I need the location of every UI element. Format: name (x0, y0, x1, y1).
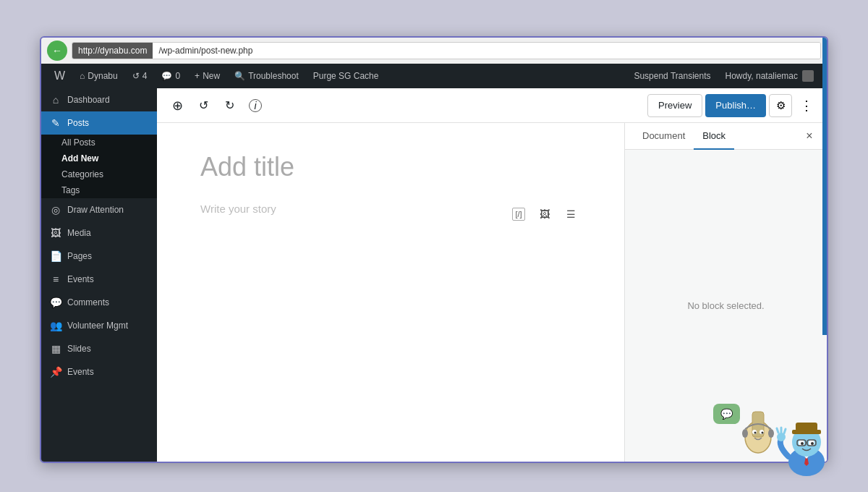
sidebar-item-label: Posts (67, 118, 89, 128)
suspend-transients-item[interactable]: Suspend Transients (626, 64, 718, 88)
more-button[interactable]: ⋮ (795, 94, 818, 117)
sidebar-item-label: Volunteer Mgmt (67, 321, 128, 331)
user-avatar (802, 70, 814, 82)
admin-bar-right: Suspend Transients Howdy, nataliemac (626, 64, 821, 88)
post-body-input[interactable]: Write your story (200, 203, 500, 215)
sidebar-item-draw-attention[interactable]: ◎ Draw Attention (41, 198, 157, 221)
add-new-label: Add New (61, 153, 98, 164)
panel-body: No block selected. (625, 150, 827, 462)
comments-sidebar-icon: 💬 (50, 297, 61, 308)
sidebar-item-posts[interactable]: ✎ Posts (41, 111, 157, 135)
sidebar-item-categories[interactable]: Categories (41, 166, 157, 182)
events-icon: ≡ (50, 273, 61, 285)
info-icon: i (249, 99, 262, 112)
gutenberg-toolbar: ⊕ ↺ ↻ i Preview Publish… ⚙ (157, 88, 827, 123)
undo-button[interactable]: ↺ (192, 94, 215, 117)
redo-button[interactable]: ↻ (218, 94, 241, 117)
dashboard-icon: ⌂ (50, 94, 61, 106)
sidebar-item-media[interactable]: 🖼 Media (41, 221, 157, 245)
sidebar-item-events2[interactable]: 📌 Events (41, 360, 157, 383)
media-icon: 🖼 (50, 227, 61, 239)
right-panel: Document Block × No block selected. (624, 123, 827, 462)
post-title-input[interactable]: Add title (200, 152, 581, 182)
sidebar-item-label: Slides (67, 344, 91, 354)
editor-area[interactable]: Add title Write your story [/] 🖼 ☰ (157, 123, 624, 462)
comments-item[interactable]: 💬 0 (154, 64, 187, 88)
all-posts-label: All Posts (61, 137, 95, 148)
sidebar-item-label: Events (67, 367, 94, 377)
volunteer-mgmt-icon: 👥 (50, 320, 61, 331)
tags-label: Tags (61, 185, 80, 195)
howdy-item[interactable]: Howdy, nataliemac (718, 64, 822, 88)
editor-panel-wrapper: Add title Write your story [/] 🖼 ☰ (157, 123, 827, 462)
comments-count: 0 (175, 71, 180, 81)
info-button[interactable]: i (244, 94, 267, 117)
draw-attention-icon: ◎ (50, 204, 61, 216)
posts-icon: ✎ (50, 117, 61, 129)
toolbar-right: Preview Publish… ⚙ ⋮ (647, 94, 818, 117)
preview-button[interactable]: Preview (647, 94, 702, 117)
new-label: New (203, 71, 220, 81)
tab-block[interactable]: Block (694, 123, 734, 150)
site-name-item[interactable]: ⌂ Dynabu (72, 64, 125, 88)
purge-cache-label: Purge SG Cache (313, 71, 379, 81)
comments-icon: 💬 (161, 71, 172, 81)
list-button[interactable]: ☰ (561, 204, 581, 224)
suspend-transients-label: Suspend Transients (634, 71, 710, 81)
updates-count: 4 (142, 71, 148, 81)
publish-button[interactable]: Publish… (705, 94, 766, 117)
sidebar-item-label: Events (67, 274, 94, 284)
body-toolbar: [/] 🖼 ☰ (509, 203, 581, 224)
wp-admin-bar: W ⌂ Dynabu ↺ 4 💬 0 + New 🔍 Troubleshoot … (41, 64, 827, 88)
sidebar-item-slides[interactable]: ▦ Slides (41, 337, 157, 360)
wp-logo-item[interactable]: W (47, 64, 72, 88)
back-button[interactable]: ← (47, 41, 67, 61)
url-bar[interactable]: http://dynabu.com /wp-admin/post-new.php (72, 42, 821, 59)
new-item[interactable]: + New (187, 64, 227, 88)
post-body-area: Write your story [/] 🖼 ☰ (200, 203, 581, 224)
image-button[interactable]: 🖼 (535, 204, 555, 224)
list-icon: ☰ (566, 208, 576, 220)
troubleshoot-item[interactable]: 🔍 Troubleshoot (227, 64, 306, 88)
code-block-button[interactable]: [/] (509, 204, 529, 224)
sidebar-item-comments[interactable]: 💬 Comments (41, 291, 157, 314)
settings-button[interactable]: ⚙ (769, 94, 792, 117)
sidebar-item-label: Comments (67, 297, 109, 308)
updates-item[interactable]: ↺ 4 (125, 64, 155, 88)
events2-icon: 📌 (50, 366, 61, 378)
troubleshoot-label: Troubleshoot (248, 71, 299, 81)
sidebar-item-all-posts[interactable]: All Posts (41, 135, 157, 150)
panel-tabs: Document Block × (625, 123, 827, 150)
sidebar-item-tags[interactable]: Tags (41, 182, 157, 198)
settings-icon: ⚙ (776, 99, 786, 112)
browser-window: ← http://dynabu.com /wp-admin/post-new.p… (40, 36, 828, 463)
add-block-button[interactable]: ⊕ (166, 94, 189, 117)
sidebar-item-volunteer-mgmt[interactable]: 👥 Volunteer Mgmt (41, 314, 157, 337)
sidebar-item-pages[interactable]: 📄 Pages (41, 245, 157, 268)
pages-icon: 📄 (50, 250, 61, 262)
url-path: /wp-admin/post-new.php (153, 43, 820, 59)
more-icon: ⋮ (800, 98, 813, 114)
wp-logo-icon: W (54, 69, 65, 82)
site-name-label: Dynabu (88, 71, 117, 81)
sidebar-item-events[interactable]: ≡ Events (41, 268, 157, 291)
sidebar-item-dashboard[interactable]: ⌂ Dashboard (41, 88, 157, 111)
slides-icon: ▦ (50, 343, 61, 355)
no-block-message: No block selected. (687, 300, 764, 311)
wp-sidebar: ⌂ Dashboard ✎ Posts All Posts Add New Ca… (41, 88, 157, 462)
image-icon: 🖼 (540, 208, 550, 220)
tab-document[interactable]: Document (634, 123, 694, 150)
sidebar-item-label: Dashboard (67, 95, 110, 105)
new-icon: + (195, 71, 200, 81)
sidebar-item-label: Media (67, 228, 91, 238)
wp-content: ⊕ ↺ ↻ i Preview Publish… ⚙ (157, 88, 827, 462)
panel-close-button[interactable]: × (801, 127, 818, 145)
sidebar-item-add-new[interactable]: Add New (41, 150, 157, 166)
wp-main: ⌂ Dashboard ✎ Posts All Posts Add New Ca… (41, 88, 827, 462)
updates-icon: ↺ (132, 71, 140, 81)
search-icon: 🔍 (234, 71, 245, 81)
home-icon: ⌂ (80, 71, 85, 81)
url-domain: http://dynabu.com (72, 43, 153, 59)
add-block-icon: ⊕ (172, 98, 183, 114)
purge-cache-item[interactable]: Purge SG Cache (306, 64, 386, 88)
